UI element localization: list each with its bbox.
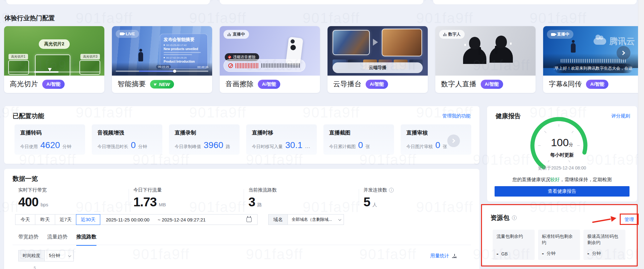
live-badge: 直播中 <box>547 30 573 39</box>
function-card-screenshot[interactable]: 直播截图 今日累计截图0张 <box>323 124 394 155</box>
granularity-select[interactable]: 5分钟 <box>45 250 74 261</box>
hot-card-audio-erase[interactable]: 直播中 违规语音擦除 音画擦除 Ai智能 <box>220 26 320 93</box>
ai-badge: Ai智能 <box>586 80 608 89</box>
resource-card-standard-transcode: 标准转码包剩余约 -分钟 <box>538 230 580 260</box>
tab-push-streams-selected[interactable]: 推流路数 <box>76 234 96 246</box>
tab-bandwidth-trend[interactable]: 带宽趋势 <box>18 234 38 246</box>
chevron-down-icon <box>338 218 341 221</box>
transition-arrow-icon <box>373 39 378 46</box>
video-camera-icon <box>551 33 555 36</box>
hot-card-subtitle-translation[interactable]: 腾讯云 直播中 大家早上好！欢迎来到腾讯数字生态大会，在这里... 字幕&同传 … <box>543 26 643 93</box>
audio-waveform-bar <box>223 59 305 72</box>
domain-filter: 域名 全部域名（含删除域... <box>268 214 344 225</box>
domain-select[interactable]: 全部域名（含删除域... <box>288 214 344 225</box>
presenter-silhouette <box>138 49 143 61</box>
summary-time-1: 00:15:25-00:17:42 <box>164 44 204 47</box>
manage-resources-link[interactable]: 管理 <box>624 217 634 223</box>
stat-divider <box>359 189 359 206</box>
program-monitor <box>382 29 422 56</box>
presenter-silhouette <box>571 40 576 53</box>
blocked-voice-icon <box>228 55 232 59</box>
configured-functions-title: 已配置功能 <box>13 112 44 120</box>
live-bars-icon <box>228 33 231 36</box>
health-report-title: 健康报告 <box>496 112 521 120</box>
range-today-button[interactable]: 今天 <box>15 214 35 225</box>
ai-badge: Ai智能 <box>366 80 388 89</box>
calendar-icon[interactable] <box>247 217 252 222</box>
live-badge: LIVE <box>116 30 139 38</box>
stat-push-streams: 当前推流路数 3路 <box>248 187 277 209</box>
tab-traffic-trend[interactable]: 流量趋势 <box>47 234 67 246</box>
chart-axis-fragment: 5 <box>34 266 36 269</box>
health-status-text: 您的直播健康状况较好，需继续保持，定期检测 <box>487 177 637 183</box>
manage-functions-link[interactable]: 管理我的功能 <box>442 113 471 119</box>
summary-line-1: New products unveiled <box>164 47 204 51</box>
chevron-right-icon <box>621 51 625 55</box>
clip-label-1: 高光切片1 <box>9 54 28 60</box>
data-overview-panel: 数据一览 实时下行带宽 400bps 今日下行流量 1.73MB 当前推流路数 … <box>4 169 479 269</box>
health-score: 100分 <box>487 136 637 149</box>
hot-card-digital-human[interactable]: 数字人 数字人直播 Ai智能 <box>435 26 536 93</box>
range-7days-button[interactable]: 近7天 <box>55 214 76 225</box>
function-card-record[interactable]: 直播录制 今日录制峰值3960路 <box>169 124 240 155</box>
domain-label: 域名 <box>268 214 288 225</box>
info-icon[interactable]: i <box>389 188 394 192</box>
date-start: 2025-11-25 00:00:00 <box>106 217 149 222</box>
trend-tabs: 带宽趋势 流量趋势 推流路数 <box>18 234 96 246</box>
stat-divider <box>244 189 244 206</box>
scrollbar-gutter <box>638 0 644 269</box>
ai-badge: Ai智能 <box>481 80 503 89</box>
ai-badge: Ai智能 <box>258 80 280 89</box>
function-card-moderation[interactable]: 直播审核 今日图片审核0张 <box>401 124 471 155</box>
status-highlight: 较好 <box>550 177 560 182</box>
clip-label-main: 高光切片2 <box>39 39 70 49</box>
stat-concurrent-connections: 并发连接数i 5人 <box>363 187 394 209</box>
flagged-waveform <box>235 63 259 68</box>
function-card-enhance[interactable]: 音视频增强 今日增强总时长0分钟 <box>92 124 162 155</box>
video-progress-bar <box>116 71 208 72</box>
chevron-right-icon <box>451 139 455 143</box>
functions-next-button[interactable] <box>447 134 460 147</box>
hot-card-title: 数字人直播 <box>441 79 477 89</box>
updated-timestamp: 更新于2025-12-24 08:00 <box>487 165 637 171</box>
scrolled-card-bottom <box>220 0 423 4</box>
digital-human-preview: 数字人 <box>435 26 536 76</box>
hot-card-title: 云导播台 <box>333 79 362 89</box>
scrolled-card-bottom <box>6 0 210 4</box>
chevron-down-icon <box>68 254 71 257</box>
view-health-report-button[interactable]: 查看健康报告 <box>495 186 629 197</box>
configured-functions-panel: 已配置功能 管理我的功能 直播转码 今日使用4620分钟 音视频增强 今日增强总… <box>4 106 479 164</box>
cloud-icon <box>594 38 606 45</box>
date-range-input[interactable]: 2025-11-25 00:00:00 ~ 2025-12-24 09:27:2… <box>100 214 258 225</box>
hot-card-title: 智能摘要 <box>118 79 146 89</box>
cloud-director-preview: 云端导播 <box>328 26 428 76</box>
highlight-clip-preview: 高光切片2 高光切片1 高光切片3 <box>4 26 104 76</box>
granularity-label: 时间粒度 <box>18 250 45 261</box>
stat-today-traffic: 今日下行流量 1.73MB <box>133 187 166 209</box>
score-rules-link[interactable]: 评分规则 <box>611 113 630 119</box>
function-card-transcode[interactable]: 直播转码 今日使用4620分钟 <box>15 124 85 155</box>
range-30days-button-selected[interactable]: 近30天 <box>76 214 100 225</box>
send-icon <box>154 82 158 86</box>
audio-erase-preview: 直播中 违规语音擦除 <box>220 26 320 76</box>
data-overview-title: 数据一览 <box>13 175 38 183</box>
waveform <box>261 63 301 68</box>
download-icon[interactable] <box>452 254 457 258</box>
summary-panel-title: 发布会智能摘要 <box>164 37 204 43</box>
summary-line-2: Product Introduction <box>164 60 204 63</box>
function-card-timeshift[interactable]: 直播时移 今日时移写入量30.1... <box>246 124 317 155</box>
total-time-label: 00:48:25 <box>197 66 208 69</box>
new-badge: NEW <box>150 80 174 89</box>
resource-card-hd-transcode: 极速高清转码包剩余约 -分钟 <box>583 230 625 260</box>
info-icon[interactable]: i <box>512 215 517 220</box>
ai-badge: Ai智能 <box>42 80 65 89</box>
hot-card-title: 字幕&同传 <box>549 79 582 89</box>
carousel-next-button[interactable] <box>617 46 630 60</box>
usage-stats-link[interactable]: 用量统计 <box>430 253 449 259</box>
clip-label-3: 高光切片3 <box>80 54 100 60</box>
hot-card-cloud-director[interactable]: 云端导播 云导播台 Ai智能 <box>328 26 428 93</box>
range-yesterday-button[interactable]: 昨天 <box>35 214 55 225</box>
granularity-filter: 时间粒度 5分钟 <box>18 250 74 261</box>
hot-card-smart-summary[interactable]: LIVE 发布会智能摘要 00:15:25-00:17:42 New produ… <box>112 26 212 93</box>
hot-card-highlight-clip[interactable]: 高光切片2 高光切片1 高光切片3 高光切片 Ai智能 <box>4 26 104 93</box>
